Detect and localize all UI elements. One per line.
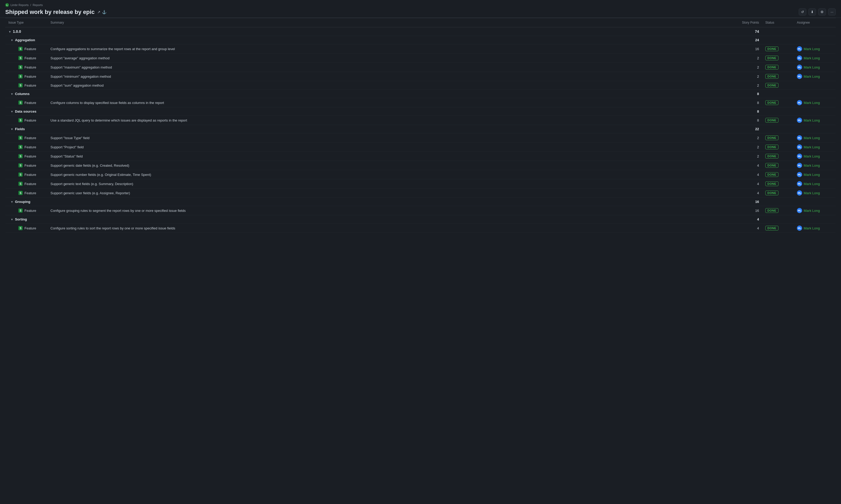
table-row: S Feature Support generic date fields (e… — [5, 161, 836, 170]
status-badge: DONE — [765, 226, 778, 231]
story-points-cell: 4 — [736, 161, 762, 170]
assignee-name: Mark Long — [804, 226, 820, 230]
status-badge: DONE — [765, 136, 778, 140]
assignee-col: ML Mark Long — [794, 133, 836, 143]
release-name: ▼1.0.0 — [5, 27, 47, 36]
chevron-icon: ▼ — [11, 200, 13, 203]
story-points-cell: 4 — [736, 170, 762, 179]
story-points-cell: 8 — [736, 98, 762, 107]
table-row: S Feature Configure aggregations to summ… — [5, 44, 836, 54]
assignee-cell[interactable]: ML Mark Long — [797, 74, 833, 79]
breadcrumb-section[interactable]: Reports — [33, 3, 43, 6]
avatar: ML — [797, 55, 802, 61]
assignee-col: ML Mark Long — [794, 224, 836, 233]
assignee-col: ML Mark Long — [794, 98, 836, 107]
status-cell: DONE — [762, 143, 794, 152]
assignee-cell[interactable]: ML Mark Long — [797, 208, 833, 213]
chevron-icon: ▼ — [11, 39, 13, 42]
avatar: ML — [797, 181, 802, 186]
assignee-cell[interactable]: ML Mark Long — [797, 163, 833, 168]
status-badge: DONE — [765, 145, 778, 149]
table-row: S Feature Support "Project" field 2 DONE… — [5, 143, 836, 152]
assignee-col: ML Mark Long — [794, 54, 836, 63]
assignee-cell[interactable]: ML Mark Long — [797, 154, 833, 159]
feature-icon: S — [18, 145, 22, 149]
chevron-icon: ▼ — [11, 92, 13, 95]
story-points-cell: 16 — [736, 206, 762, 215]
epic-row[interactable]: ▼Grouping 16 — [5, 198, 836, 206]
more-button[interactable]: ··· — [828, 8, 836, 16]
issue-type-label: Feature — [24, 145, 36, 149]
table-container: Issue Type Summary Story Points Status A… — [0, 18, 841, 233]
filter-button[interactable]: ⚙ — [818, 8, 826, 16]
assignee-col: ML Mark Long — [794, 143, 836, 152]
table-row: S Feature Support "maximum" aggregation … — [5, 63, 836, 72]
assignee-cell[interactable]: ML Mark Long — [797, 118, 833, 123]
story-points-cell: 2 — [736, 152, 762, 161]
issue-type-label: Feature — [24, 154, 36, 158]
external-link-icon[interactable]: ↗ — [97, 10, 100, 14]
table-row: S Feature Support generic number fields … — [5, 170, 836, 179]
status-cell: DONE — [762, 72, 794, 81]
assignee-cell[interactable]: ML Mark Long — [797, 55, 833, 61]
title-icons: ↗ ⚓ — [97, 10, 106, 14]
feature-icon: S — [18, 74, 22, 78]
download-button[interactable]: ⬇ — [808, 8, 816, 16]
epic-row[interactable]: ▼Sorting 4 — [5, 215, 836, 224]
issue-type-label: Feature — [24, 101, 36, 105]
epic-name: ▼Aggregation — [5, 36, 47, 44]
assignee-cell[interactable]: ML Mark Long — [797, 100, 833, 105]
filter-icon: ⚙ — [821, 10, 824, 14]
status-badge: DONE — [765, 163, 778, 168]
anchor-link-icon[interactable]: ⚓ — [102, 10, 106, 14]
avatar: ML — [797, 135, 802, 141]
epic-row[interactable]: ▼Columns 8 — [5, 90, 836, 98]
assignee-name: Mark Long — [804, 47, 820, 51]
epic-story-points: 22 — [736, 125, 762, 133]
table-row: S Feature Support "sum" aggregation meth… — [5, 81, 836, 90]
assignee-col: ML Mark Long — [794, 188, 836, 198]
assignee-cell[interactable]: ML Mark Long — [797, 46, 833, 51]
epic-row[interactable]: ▼Fields 22 — [5, 125, 836, 133]
epic-row[interactable]: ▼Data sources 8 — [5, 107, 836, 116]
assignee-cell[interactable]: ML Mark Long — [797, 135, 833, 141]
assignee-cell[interactable]: ML Mark Long — [797, 226, 833, 231]
col-assignee: Assignee — [794, 18, 836, 27]
breadcrumb-app[interactable]: Limbr Reports — [11, 3, 29, 6]
table-row: S Feature Support generic text fields (e… — [5, 179, 836, 188]
status-cell: DONE — [762, 116, 794, 125]
story-points-cell: 4 — [736, 224, 762, 233]
feature-icon: S — [18, 173, 22, 177]
summary-cell: Support generic date fields (e.g. Create… — [47, 161, 736, 170]
assignee-cell[interactable]: ML Mark Long — [797, 65, 833, 70]
status-cell: DONE — [762, 44, 794, 54]
avatar: ML — [797, 118, 802, 123]
release-row[interactable]: ▼1.0.0 74 — [5, 27, 836, 36]
status-cell: DONE — [762, 179, 794, 188]
status-badge: DONE — [765, 191, 778, 195]
summary-cell: Support "average" aggregation method — [47, 54, 736, 63]
assignee-name: Mark Long — [804, 182, 820, 186]
assignee-cell[interactable]: ML Mark Long — [797, 181, 833, 186]
issue-type-label: Feature — [24, 56, 36, 60]
col-summary: Summary — [47, 18, 736, 27]
issue-type-label: Feature — [24, 136, 36, 140]
release-story-points: 74 — [736, 27, 762, 36]
story-points-cell: 2 — [736, 81, 762, 90]
status-cell: DONE — [762, 63, 794, 72]
issue-type-cell: S Feature — [5, 179, 47, 188]
assignee-cell[interactable]: ML Mark Long — [797, 144, 833, 150]
avatar: ML — [797, 154, 802, 159]
refresh-button[interactable]: ↺ — [799, 8, 806, 16]
feature-icon: S — [18, 163, 22, 167]
avatar: ML — [797, 163, 802, 168]
page-header: L Limbr Reports / Reports Shipped work b… — [0, 0, 841, 18]
assignee-cell[interactable]: ML Mark Long — [797, 190, 833, 196]
epic-name: ▼Sorting — [5, 215, 47, 224]
epic-row[interactable]: ▼Aggregation 24 — [5, 36, 836, 44]
assignee-cell[interactable]: ML Mark Long — [797, 172, 833, 177]
summary-cell: Configure grouping rules to segment the … — [47, 206, 736, 215]
issue-type-cell: S Feature — [5, 188, 47, 198]
epic-story-points: 4 — [736, 215, 762, 224]
assignee-name: Mark Long — [804, 65, 820, 69]
